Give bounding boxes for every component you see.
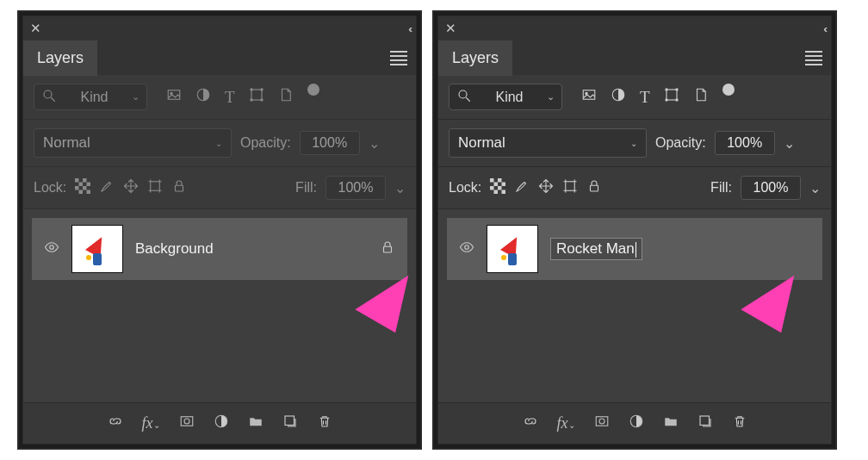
new-group-icon[interactable] xyxy=(248,413,264,433)
lock-pixels-icon[interactable] xyxy=(490,178,505,198)
delete-layer-icon[interactable] xyxy=(317,413,332,433)
filter-toggle-dot[interactable] xyxy=(307,84,319,96)
lock-row: Lock: Fill: 100% ⌄ xyxy=(23,167,416,209)
opacity-input[interactable]: 100% xyxy=(715,131,775,155)
lock-all-icon[interactable] xyxy=(586,178,602,198)
close-icon[interactable]: ✕ xyxy=(445,21,456,36)
tab-layers[interactable]: Layers xyxy=(23,40,97,76)
close-icon[interactable]: ✕ xyxy=(30,21,41,36)
link-layers-icon[interactable] xyxy=(108,413,123,433)
svg-rect-39 xyxy=(502,182,506,186)
svg-rect-18 xyxy=(151,181,160,190)
lock-artboard-icon[interactable] xyxy=(562,178,578,198)
lock-label: Lock: xyxy=(449,180,481,196)
fx-icon[interactable]: fx⌄ xyxy=(557,414,575,432)
svg-rect-15 xyxy=(83,186,87,190)
lock-position-icon[interactable] xyxy=(123,178,139,198)
filter-adjustment-icon[interactable] xyxy=(611,87,626,107)
lock-brush-icon[interactable] xyxy=(99,178,115,198)
tab-bar: Layers xyxy=(23,40,416,75)
filter-kind-dropdown[interactable]: Kind ⌄ xyxy=(449,84,562,110)
blend-row: Normal ⌄ Opacity: 100% ⌄ xyxy=(438,120,831,167)
adjustment-layer-icon[interactable] xyxy=(214,413,229,433)
visibility-eye-icon[interactable] xyxy=(44,239,59,259)
filter-row: Kind ⌄ T xyxy=(23,75,416,120)
chevron-down-icon[interactable]: ⌄ xyxy=(394,180,406,196)
filter-adjustment-icon[interactable] xyxy=(195,87,211,107)
adjustment-layer-icon[interactable] xyxy=(629,413,644,433)
visibility-eye-icon[interactable] xyxy=(459,239,474,259)
collapse-icon[interactable]: ‹‹ xyxy=(408,22,409,35)
tab-layers[interactable]: Layers xyxy=(438,40,512,76)
mask-icon[interactable] xyxy=(594,413,610,433)
panel-menu-icon[interactable] xyxy=(390,51,407,65)
lock-label: Lock: xyxy=(34,180,66,196)
svg-rect-11 xyxy=(83,178,87,183)
lock-all-icon[interactable] xyxy=(171,178,187,198)
svg-point-8 xyxy=(250,99,251,101)
layer-row[interactable]: Background xyxy=(32,218,407,280)
svg-point-46 xyxy=(465,245,469,249)
filter-shape-icon[interactable] xyxy=(664,87,679,107)
layer-name-label[interactable]: Background xyxy=(135,240,214,258)
fx-icon[interactable]: fx⌄ xyxy=(142,414,160,432)
chevron-down-icon[interactable]: ⌄ xyxy=(784,135,795,152)
svg-point-6 xyxy=(250,89,251,90)
lock-artboard-icon[interactable] xyxy=(147,178,163,198)
fill-input[interactable]: 100% xyxy=(326,176,386,200)
svg-point-29 xyxy=(586,92,587,94)
opacity-input[interactable]: 100% xyxy=(300,131,360,155)
fill-label: Fill: xyxy=(295,180,317,196)
svg-rect-10 xyxy=(75,178,79,183)
opacity-label: Opacity: xyxy=(655,135,706,151)
lock-position-icon[interactable] xyxy=(538,178,554,198)
tab-bar: Layers xyxy=(438,40,831,75)
blend-mode-select[interactable]: Normal ⌄ xyxy=(34,128,232,158)
mask-icon[interactable] xyxy=(179,413,195,433)
chevron-down-icon: ⌄ xyxy=(630,139,637,148)
svg-point-3 xyxy=(170,92,172,94)
layer-thumbnail[interactable] xyxy=(487,225,538,273)
filter-smartobject-icon[interactable] xyxy=(278,87,294,107)
svg-rect-31 xyxy=(666,90,677,100)
lock-pixels-icon[interactable] xyxy=(75,178,90,198)
filter-toggle-dot[interactable] xyxy=(722,84,735,96)
svg-rect-25 xyxy=(285,416,294,426)
layer-name-input[interactable]: Rocket Man xyxy=(550,238,642,260)
filter-image-icon[interactable] xyxy=(166,87,182,107)
chevron-down-icon[interactable]: ⌄ xyxy=(809,180,821,196)
filter-text-icon[interactable]: T xyxy=(225,88,235,107)
svg-point-23 xyxy=(184,419,189,424)
delete-layer-icon[interactable] xyxy=(732,413,747,433)
layer-row[interactable]: Rocket Man xyxy=(447,218,822,280)
blend-mode-select[interactable]: Normal ⌄ xyxy=(449,128,647,158)
new-layer-icon[interactable] xyxy=(282,413,298,433)
new-group-icon[interactable] xyxy=(663,413,679,433)
chevron-down-icon[interactable]: ⌄ xyxy=(369,135,380,152)
filter-text-icon[interactable]: T xyxy=(640,88,650,107)
filter-label: Kind xyxy=(80,90,108,105)
fill-input[interactable]: 100% xyxy=(741,176,801,200)
lock-brush-icon[interactable] xyxy=(514,178,530,198)
filter-image-icon[interactable] xyxy=(581,87,597,107)
search-icon xyxy=(41,88,57,106)
link-layers-icon[interactable] xyxy=(523,413,538,433)
panel-menu-icon[interactable] xyxy=(805,51,822,65)
layer-thumbnail[interactable] xyxy=(71,225,123,273)
lock-icon[interactable] xyxy=(380,239,395,259)
chevron-down-icon: ⌄ xyxy=(215,139,222,148)
svg-point-7 xyxy=(260,89,262,90)
svg-point-32 xyxy=(665,89,666,90)
layers-panel-right: ✕ ‹‹ Layers Kind ⌄ T xyxy=(432,10,837,450)
collapse-icon[interactable]: ‹‹ xyxy=(823,22,824,35)
layer-actions-bar: fx⌄ xyxy=(23,402,416,444)
filter-shape-icon[interactable] xyxy=(249,87,264,107)
filter-kind-dropdown[interactable]: Kind ⌄ xyxy=(34,84,147,110)
svg-point-0 xyxy=(44,90,52,98)
new-layer-icon[interactable] xyxy=(698,413,713,433)
svg-line-27 xyxy=(466,97,470,102)
svg-rect-50 xyxy=(700,416,710,426)
svg-rect-36 xyxy=(490,178,494,183)
filter-smartobject-icon[interactable] xyxy=(693,87,709,107)
layers-panel-left: ✕ ‹‹ Layers Kind ⌄ T xyxy=(17,10,422,450)
